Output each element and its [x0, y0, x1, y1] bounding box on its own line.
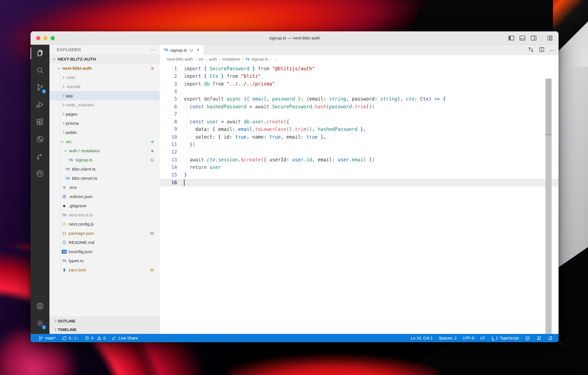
tree-item-next-env.d.ts[interactable]: TSnext-env.d.ts: [49, 210, 160, 219]
code-text: import db from "../../../prisma": [184, 80, 275, 88]
code-line-16[interactable]: 16: [160, 179, 559, 186]
status-eol[interactable]: LF: [480, 336, 485, 340]
code-line-1[interactable]: 1import { SecurePassword } from "@blitzj…: [160, 65, 559, 72]
tree-item-.vscode[interactable]: .vscode: [49, 82, 160, 91]
desktop-black-band: [405, 0, 576, 36]
code-line-8[interactable]: 8 const user = await db.user.create({: [160, 118, 559, 126]
split-editor-icon[interactable]: [539, 46, 545, 54]
vertical-scrollbar[interactable]: [545, 79, 552, 334]
files-icon: [36, 49, 44, 58]
code-line-3[interactable]: 3import db from "../../../prisma": [160, 80, 559, 88]
code-line-5[interactable]: 5export default async ({ email, password…: [160, 95, 559, 103]
status-encoding[interactable]: UTF-8: [463, 336, 474, 340]
code-line-11[interactable]: 11 }): [160, 141, 559, 148]
sidebar-section-outline[interactable]: OUTLINE: [49, 317, 160, 325]
status-cursor-position[interactable]: Ln 16, Col 1: [411, 336, 432, 340]
activity-bar-item-live-share[interactable]: [31, 148, 49, 165]
tree-item-blitz-server.ts[interactable]: TSblitz-server.ts: [49, 174, 160, 183]
status-notifications[interactable]: [548, 336, 553, 341]
tree-item-pages[interactable]: pages: [49, 109, 160, 119]
tree-item-src[interactable]: src: [49, 137, 160, 146]
close-tab-icon[interactable]: ×: [197, 47, 200, 53]
tree-item-package.json[interactable]: { }package.jsonM: [49, 229, 160, 238]
tree-item-node-modules[interactable]: node_modules: [49, 100, 160, 109]
code-line-7[interactable]: 7: [160, 111, 559, 118]
tree-item-signup.ts[interactable]: TSsignup.tsU: [49, 155, 160, 164]
code-line-6[interactable]: 6 const hashedPassword = await SecurePas…: [160, 103, 559, 111]
activity-bar-item-settings[interactable]: 1: [31, 315, 49, 332]
chevron-down-icon: [64, 149, 67, 152]
layout-sidebar-right-icon[interactable]: [530, 34, 537, 42]
tree-item-.env[interactable]: .env: [49, 183, 160, 192]
code-line-4[interactable]: 4: [160, 88, 559, 95]
activity-bar-item-explorer[interactable]: [31, 45, 49, 62]
activity-bar-item-extensions[interactable]: [31, 114, 49, 131]
code-line-2[interactable]: 2import { Ctx } from "blitz": [160, 72, 559, 80]
untracked-dot-badge: [151, 149, 154, 153]
code-editor[interactable]: 1import { SecurePassword } from "@blitzj…: [160, 63, 559, 334]
tree-item-app[interactable]: app: [49, 91, 160, 100]
status-remote-user[interactable]: [536, 336, 542, 341]
tree-item-next-blitz-auth[interactable]: next-blitz-auth: [49, 64, 160, 73]
tree-item-next.config.js[interactable]: JSnext.config.js: [49, 219, 160, 229]
code-line-9[interactable]: 9 data: { email: email.toLowerCase().tri…: [160, 126, 559, 133]
customize-layout-icon[interactable]: [546, 34, 554, 42]
status-indentation[interactable]: Spaces: 2: [439, 336, 457, 340]
breadcrumb-item[interactable]: mutations: [222, 57, 240, 61]
activity-bar-item-run-debug[interactable]: [31, 96, 49, 114]
code-text: }): [184, 141, 195, 148]
layout-sidebar-left-icon[interactable]: [508, 34, 515, 42]
gear-file-icon: [61, 185, 67, 190]
code-line-15[interactable]: 15}: [160, 171, 559, 179]
status-language-mode[interactable]: { }×TypeScript: [491, 336, 519, 340]
title-bar[interactable]: signup.ts — next-blitz-auth: [31, 31, 559, 45]
activity-bar-item-accounts[interactable]: [31, 298, 49, 315]
tree-item-.eslintrc.json[interactable]: .eslintrc.json: [49, 192, 160, 201]
braces-status-icon: { }×: [491, 336, 498, 340]
tree-item-.gitignore[interactable]: ◆.gitignore: [49, 201, 160, 210]
tree-item-prisma[interactable]: prisma: [49, 119, 160, 128]
activity-bar-item-source-control[interactable]: 3: [31, 79, 49, 96]
code-line-13[interactable]: 13 await ctx.session.$create({ userId: u…: [160, 156, 559, 164]
status-problems[interactable]: 00: [84, 336, 106, 341]
code-line-14[interactable]: 14 return user: [160, 164, 559, 171]
line-number: 13: [160, 156, 177, 164]
tree-item-yarn.lock[interactable]: yarn.lockM: [49, 265, 160, 274]
tab-signup-ts[interactable]: TS signup.ts U ×: [160, 45, 203, 55]
status-feedback[interactable]: [525, 336, 530, 341]
chevron-right-icon: [61, 103, 64, 106]
breadcrumb-item[interactable]: auth: [209, 57, 217, 61]
status-main-[interactable]: main*: [38, 336, 56, 341]
code-text: const hashedPassword = await SecurePassw…: [184, 103, 375, 111]
activity-bar-item-resource-circle[interactable]: [31, 131, 49, 148]
workspace-header[interactable]: NEXT-BLITZ-AUTH: [49, 54, 160, 64]
breadcrumb-item[interactable]: …: [273, 57, 278, 61]
layout-panel-icon[interactable]: [519, 34, 526, 42]
status-0-1-[interactable]: 0↓ 1↑: [62, 336, 78, 341]
breadcrumb-item[interactable]: next-blitz-auth: [167, 57, 193, 61]
tree-item-.next[interactable]: .next: [49, 73, 160, 82]
tree-item-tsconfig.json[interactable]: TStsconfig.json: [49, 247, 160, 256]
code-line-10[interactable]: 10 select: { id: true, name: true, email…: [160, 133, 559, 141]
breadcrumb-item[interactable]: src: [198, 57, 204, 61]
activity-bar: 31: [31, 45, 49, 334]
more-actions-icon[interactable]: ⋯: [549, 47, 555, 53]
tree-item-auth-mutations[interactable]: auth / mutations: [49, 146, 160, 155]
breadcrumb-item[interactable]: signup.ts: [251, 57, 268, 61]
tree-item-label: node_modules: [66, 102, 94, 108]
activity-bar-item-search[interactable]: [31, 62, 49, 79]
tree-item-readme.md[interactable]: README.md: [49, 238, 160, 247]
braces-icon: { }: [61, 231, 67, 235]
scrollbar-thumb[interactable]: [545, 79, 552, 134]
open-changes-icon[interactable]: [528, 46, 534, 54]
tree-item-types.ts[interactable]: TStypes.ts: [49, 256, 160, 265]
github-icon: [36, 169, 44, 179]
tree-item-blitz-client.ts[interactable]: TSblitz-client.ts: [49, 164, 160, 174]
tree-item-public[interactable]: public: [49, 128, 160, 137]
sidebar-section-timeline[interactable]: TIMELINE: [49, 325, 160, 334]
code-line-12[interactable]: 12: [160, 148, 559, 156]
line-number: 12: [160, 148, 177, 156]
activity-bar-item-github[interactable]: [31, 165, 49, 182]
status-live-share[interactable]: Live Share: [112, 336, 138, 341]
explorer-more-actions[interactable]: ⋯: [151, 47, 156, 53]
